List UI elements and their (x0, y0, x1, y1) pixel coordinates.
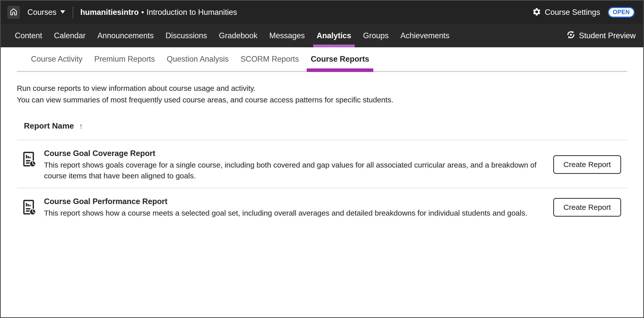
tab-announcements[interactable]: Announcements (97, 24, 154, 47)
sort-ascending-arrow-icon: ↑ (79, 122, 83, 130)
courses-dropdown[interactable]: Courses (27, 8, 65, 17)
browser-viewport: Courses humanitiesintro•Introduction to … (0, 0, 644, 318)
course-settings-button[interactable]: Course Settings (532, 7, 600, 17)
report-action: Create Report (553, 155, 621, 174)
nav-tabs: Content Calendar Announcements Discussio… (15, 24, 449, 47)
tab-achievements[interactable]: Achievements (400, 24, 449, 47)
subtab-premium-reports[interactable]: Premium Reports (94, 47, 155, 71)
tab-analytics[interactable]: Analytics (317, 24, 351, 47)
course-nav-bar: Content Calendar Announcements Discussio… (1, 24, 643, 47)
report-description: This report shows how a course meets a s… (44, 208, 527, 218)
create-report-button[interactable]: Create Report (553, 198, 621, 217)
report-action: Create Report (553, 198, 621, 217)
topbar-right: Course Settings OPEN (532, 7, 635, 18)
course-id: humanitiesintro (80, 8, 139, 17)
subtab-question-analysis[interactable]: Question Analysis (167, 47, 228, 71)
report-table: Report Name ↑ Course Goal Coverage Re (17, 121, 627, 225)
student-preview-button[interactable]: Student Preview (566, 24, 636, 47)
table-row: Course Goal Performance Report This repo… (17, 188, 627, 225)
open-status-badge[interactable]: OPEN (608, 7, 635, 18)
tab-messages[interactable]: Messages (269, 24, 305, 47)
tab-discussions[interactable]: Discussions (165, 24, 207, 47)
page-description: Run course reports to view information a… (17, 72, 627, 106)
report-name-column-header[interactable]: Report Name ↑ (17, 121, 627, 140)
subtab-scorm-reports[interactable]: SCORM Reports (241, 47, 299, 71)
course-title-separator: • (141, 8, 144, 17)
courses-dropdown-label: Courses (27, 8, 56, 17)
subtab-course-activity[interactable]: Course Activity (31, 47, 82, 71)
report-description: This report shows goals coverage for a s… (44, 160, 547, 181)
report-document-chart-icon (23, 148, 36, 168)
subtab-course-reports[interactable]: Course Reports (311, 47, 369, 71)
create-report-button[interactable]: Create Report (553, 155, 621, 174)
page-description-line2: You can view summaries of most frequentl… (17, 94, 627, 106)
refresh-swap-icon (566, 30, 576, 42)
topbar-divider (73, 7, 73, 18)
report-info: Course Goal Coverage Report This report … (44, 148, 547, 181)
tab-gradebook[interactable]: Gradebook (219, 24, 257, 47)
table-row: Course Goal Coverage Report This report … (17, 140, 627, 188)
home-button[interactable] (7, 6, 20, 19)
course-settings-label: Course Settings (545, 8, 600, 17)
student-preview-label: Student Preview (579, 31, 636, 40)
tab-groups[interactable]: Groups (363, 24, 389, 47)
page-description-line1: Run course reports to view information a… (17, 83, 627, 94)
course-name: Introduction to Humanities (147, 8, 237, 17)
tab-content[interactable]: Content (15, 24, 42, 47)
chevron-down-icon (60, 10, 65, 15)
report-title: Course Goal Coverage Report (44, 148, 547, 159)
report-name-header-label: Report Name (24, 121, 74, 131)
report-title: Course Goal Performance Report (44, 196, 527, 207)
analytics-subnav: Course Activity Premium Reports Question… (1, 47, 643, 72)
top-bar: Courses humanitiesintro•Introduction to … (1, 1, 643, 24)
tab-calendar[interactable]: Calendar (54, 24, 86, 47)
report-info: Course Goal Performance Report This repo… (44, 196, 527, 218)
gear-icon (532, 7, 541, 17)
course-title: humanitiesintro•Introduction to Humaniti… (80, 8, 237, 17)
report-document-chart-icon (23, 196, 36, 216)
home-icon (9, 7, 18, 17)
